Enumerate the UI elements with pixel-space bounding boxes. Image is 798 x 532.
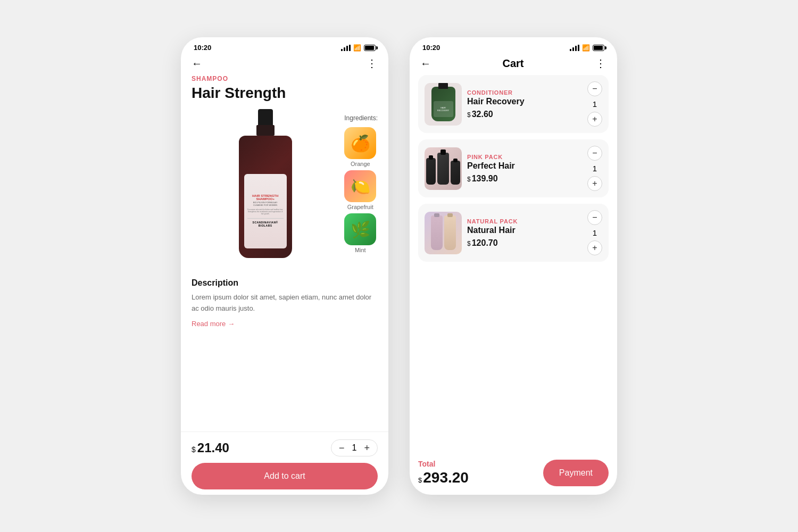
grapefruit-icon: 🍋 bbox=[344, 170, 376, 202]
total-dollar-sign: $ bbox=[418, 476, 422, 484]
status-bar: 10:20 📶 bbox=[181, 37, 388, 55]
cart-item-2-image bbox=[425, 147, 462, 190]
label-brand: SCANDINAVIAN®BIOLABS bbox=[247, 221, 284, 227]
cart-item-3-qty-control: − 1 + bbox=[587, 210, 602, 255]
orange-icon: 🍊 bbox=[344, 127, 376, 159]
cart-back-button[interactable]: ← bbox=[420, 57, 431, 70]
mint-label: Mint bbox=[355, 247, 366, 253]
product-content: SHAMPOO Hair Strength HAIR STRENGTHSHAMP… bbox=[181, 75, 388, 431]
signal-icon bbox=[341, 45, 351, 51]
qty-minus-button[interactable]: − bbox=[339, 443, 345, 453]
time-display: 10:20 bbox=[194, 44, 211, 52]
cart-items-list: HAIR RECOVERY CONDITIONER Hair Recovery … bbox=[410, 75, 617, 265]
cart-status-bar: 10:20 📶 bbox=[410, 37, 617, 55]
cart-item-2: PINK PACK Perfect Hair $ 139.90 − 1 + bbox=[418, 139, 609, 197]
cart-item-3-plus[interactable]: + bbox=[587, 240, 602, 255]
cart-item-1-dollar: $ bbox=[467, 111, 471, 119]
cart-item-1-qty: 1 bbox=[593, 99, 597, 109]
cart-time-display: 10:20 bbox=[422, 44, 440, 52]
cart-item-3: NATURAL PACK Natural Hair $ 120.70 − 1 + bbox=[418, 204, 609, 262]
cart-title: Cart bbox=[502, 57, 523, 70]
cart-signal-icon bbox=[570, 45, 579, 51]
total-amount: 293.20 bbox=[423, 469, 469, 486]
ingredients-column: Ingredients: 🍊 Orange 🍋 Grapefruit 🌿 Min… bbox=[344, 109, 378, 253]
price-qty-row: $ 21.40 − 1 + bbox=[192, 439, 378, 456]
bottle-cap bbox=[258, 109, 273, 125]
bottle-neck bbox=[256, 125, 275, 136]
bottle-body: HAIR STRENGTHSHAMPOO+ BIO-PILIXIN FORMUL… bbox=[239, 136, 292, 258]
arrow-icon: → bbox=[228, 320, 235, 328]
cart-item-3-price: $ 120.70 bbox=[467, 238, 582, 248]
cart-item-1-plus[interactable]: + bbox=[587, 112, 602, 127]
cart-item-3-image bbox=[425, 212, 462, 254]
product-title: Hair Strength bbox=[192, 85, 378, 102]
total-label: Total bbox=[418, 460, 469, 468]
cart-item-2-category: PINK PACK bbox=[467, 154, 582, 160]
cart-item-3-category: NATURAL PACK bbox=[467, 218, 582, 225]
grapefruit-label: Grapefruit bbox=[347, 204, 373, 210]
cart-item-3-dollar: $ bbox=[467, 240, 471, 247]
total-price: $ 293.20 bbox=[418, 469, 469, 486]
cart-spacer bbox=[410, 265, 617, 455]
description-title: Description bbox=[192, 278, 378, 288]
cart-item-1-image: HAIR RECOVERY bbox=[425, 83, 462, 126]
product-nav-bar: ← ⋮ bbox=[181, 55, 388, 75]
cart-item-2-qty-control: − 1 + bbox=[587, 146, 602, 191]
cart-item-1-category: CONDITIONER bbox=[467, 89, 582, 96]
cart-item-1: HAIR RECOVERY CONDITIONER Hair Recovery … bbox=[418, 75, 609, 133]
product-price: $ 21.40 bbox=[192, 440, 229, 455]
label-desc: For women who wish for thicker and healt… bbox=[247, 209, 284, 215]
cart-item-2-plus[interactable]: + bbox=[587, 176, 602, 191]
quantity-control: − 1 + bbox=[331, 439, 378, 456]
bottle-label: HAIR STRENGTHSHAMPOO+ BIO-PILIXIN FORMUL… bbox=[244, 174, 287, 248]
cart-wifi-icon: 📶 bbox=[582, 44, 590, 52]
cart-phone: 10:20 📶 ← Cart ⋮ HAIR RECOVERY bbox=[410, 37, 617, 495]
cart-status-icons: 📶 bbox=[570, 44, 604, 52]
qty-plus-button[interactable]: + bbox=[364, 443, 370, 453]
cart-more-button[interactable]: ⋮ bbox=[595, 57, 606, 70]
battery-icon bbox=[364, 45, 376, 51]
cart-battery-icon bbox=[593, 45, 604, 51]
product-phone: 10:20 📶 ← ⋮ SHAMPOO Hair Strength bbox=[181, 37, 388, 495]
add-to-cart-button[interactable]: Add to cart bbox=[192, 463, 378, 489]
cart-item-1-minus[interactable]: − bbox=[587, 81, 602, 96]
label-brand-area: SCANDINAVIAN®BIOLABS bbox=[247, 218, 284, 228]
status-icons: 📶 bbox=[341, 44, 376, 52]
price-amount: 21.40 bbox=[197, 440, 229, 455]
cart-item-3-name: Natural Hair bbox=[467, 226, 582, 235]
qty-number: 1 bbox=[352, 443, 357, 453]
cart-item-2-qty: 1 bbox=[593, 164, 597, 173]
cart-item-2-amount: 139.90 bbox=[472, 174, 498, 184]
cart-item-3-info: NATURAL PACK Natural Hair $ 120.70 bbox=[467, 218, 582, 248]
ingredient-grapefruit: 🍋 Grapefruit bbox=[344, 170, 376, 210]
product-image-area: HAIR STRENGTHSHAMPOO+ BIO-PILIXIN FORMUL… bbox=[192, 109, 339, 269]
description-text: Lorem ipsum dolor sit amet, sapien etiam… bbox=[192, 292, 378, 314]
cart-nav-bar: ← Cart ⋮ bbox=[410, 55, 617, 75]
label-product-text: HAIR STRENGTHSHAMPOO+ bbox=[252, 194, 278, 201]
cart-item-2-info: PINK PACK Perfect Hair $ 139.90 bbox=[467, 154, 582, 184]
more-button[interactable]: ⋮ bbox=[367, 57, 378, 70]
cart-item-2-dollar: $ bbox=[467, 176, 471, 183]
bottle-image: HAIR STRENGTHSHAMPOO+ BIO-PILIXIN FORMUL… bbox=[234, 109, 297, 269]
ingredient-mint: 🌿 Mint bbox=[344, 213, 376, 253]
back-button[interactable]: ← bbox=[192, 57, 202, 70]
cart-item-2-minus[interactable]: − bbox=[587, 146, 602, 161]
cart-bottom-bar: Total $ 293.20 Payment bbox=[410, 454, 617, 495]
natural-pack-bottles bbox=[431, 215, 456, 250]
product-visual: HAIR STRENGTHSHAMPOO+ BIO-PILIXIN FORMUL… bbox=[192, 109, 378, 269]
description-section: Description Lorem ipsum dolor sit amet, … bbox=[192, 278, 378, 328]
cart-item-3-qty: 1 bbox=[593, 228, 597, 237]
cart-item-3-minus[interactable]: − bbox=[587, 210, 602, 225]
orange-label: Orange bbox=[351, 161, 370, 167]
payment-button[interactable]: Payment bbox=[543, 460, 609, 486]
cart-item-1-qty-control: − 1 + bbox=[587, 81, 602, 127]
wifi-icon: 📶 bbox=[353, 44, 361, 52]
ingredients-label: Ingredients: bbox=[344, 114, 378, 122]
cart-item-3-amount: 120.70 bbox=[472, 238, 498, 248]
label-formula: BIO-PILIXIN FORMULA®CLEANSE FOR WOMEN bbox=[253, 201, 278, 206]
cart-item-2-price: $ 139.90 bbox=[467, 174, 582, 184]
read-more-button[interactable]: Read more → bbox=[192, 320, 378, 328]
total-section: Total $ 293.20 bbox=[418, 460, 469, 486]
conditioner-bottle-img: HAIR RECOVERY bbox=[431, 87, 455, 121]
mint-icon: 🌿 bbox=[344, 213, 376, 245]
